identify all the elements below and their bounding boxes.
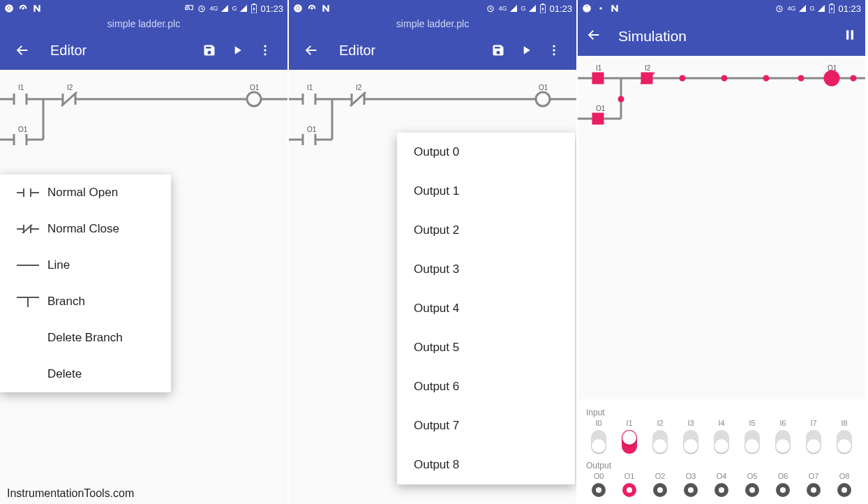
input-toggle-I2[interactable]: I2 xyxy=(646,419,674,454)
output-indicator-O4: O4 xyxy=(708,472,735,497)
menu-delete[interactable]: Delete xyxy=(0,356,171,392)
svg-point-4 xyxy=(264,45,266,47)
io-label: I8 xyxy=(841,419,847,427)
toggle-switch[interactable] xyxy=(775,430,791,454)
input-toggle-I5[interactable]: I5 xyxy=(738,419,766,454)
alarm-icon xyxy=(775,3,784,13)
menu-delete-branch[interactable]: Delete Branch xyxy=(0,320,171,356)
io-label: I3 xyxy=(687,419,694,427)
input-toggle-I6[interactable]: I6 xyxy=(769,419,797,454)
app-bar: Editor xyxy=(0,31,287,70)
alarm-icon xyxy=(486,3,495,13)
status-time: 01:23 xyxy=(838,3,861,14)
output-option-0[interactable]: Output 0 xyxy=(397,133,575,172)
output-option-2[interactable]: Output 2 xyxy=(397,211,575,250)
input-toggle-I7[interactable]: I7 xyxy=(800,419,828,454)
net-4g: 4G xyxy=(787,5,795,12)
io-label: I5 xyxy=(749,419,755,427)
line-icon xyxy=(14,260,42,271)
output-option-4[interactable]: Output 4 xyxy=(397,289,575,328)
svg-point-68 xyxy=(680,76,684,80)
svg-point-38 xyxy=(553,45,555,47)
svg-point-39 xyxy=(553,49,555,51)
toggle-switch[interactable] xyxy=(806,430,821,454)
net-4g: 4G xyxy=(209,5,218,12)
play-button[interactable] xyxy=(223,36,251,64)
svg-point-0 xyxy=(22,7,24,10)
toggle-switch[interactable] xyxy=(622,430,637,454)
io-label: O0 xyxy=(594,472,604,480)
sim-ladder-svg xyxy=(578,56,867,154)
back-button[interactable] xyxy=(586,27,601,45)
status-time: 01:23 xyxy=(549,3,572,14)
save-button[interactable] xyxy=(195,36,223,64)
ladder-svg xyxy=(0,70,289,154)
app-title: Editor xyxy=(50,43,87,59)
save-button[interactable] xyxy=(484,36,512,64)
toggle-switch[interactable] xyxy=(744,430,760,454)
app-bar: Editor xyxy=(289,31,576,70)
output-row: O0O1O2O3O4O5O6O7O8 xyxy=(582,472,861,497)
svg-rect-74 xyxy=(593,114,603,124)
signal-icon-2 xyxy=(239,4,248,13)
pause-button[interactable] xyxy=(843,28,857,45)
overflow-button[interactable] xyxy=(251,36,279,64)
toggle-switch[interactable] xyxy=(837,430,852,454)
svg-point-49 xyxy=(536,92,550,106)
battery-icon xyxy=(828,3,835,13)
output-led xyxy=(776,483,790,497)
net-g: G xyxy=(809,5,814,12)
camera-icon xyxy=(4,3,14,13)
output-option-7[interactable]: Output 7 xyxy=(397,406,575,445)
output-option-1[interactable]: Output 1 xyxy=(397,172,575,211)
io-label: O5 xyxy=(747,472,758,480)
toggle-switch[interactable] xyxy=(591,430,606,454)
overflow-button[interactable] xyxy=(540,36,568,64)
output-option-3[interactable]: Output 3 xyxy=(397,250,575,289)
input-toggle-I3[interactable]: I3 xyxy=(677,419,705,454)
back-button[interactable] xyxy=(297,36,325,64)
output-option-6[interactable]: Output 6 xyxy=(397,367,575,406)
io-label: I7 xyxy=(810,419,816,427)
n-icon xyxy=(321,3,331,13)
hotspot-icon xyxy=(307,3,317,13)
menu-branch[interactable]: Branch xyxy=(0,283,171,320)
ladder-canvas[interactable]: I1 I2 O1 O1 xyxy=(0,70,287,154)
svg-point-15 xyxy=(247,92,261,106)
input-toggle-I8[interactable]: I8 xyxy=(830,419,858,454)
svg-rect-37 xyxy=(542,3,545,5)
svg-rect-59 xyxy=(831,3,834,5)
input-toggle-I1[interactable]: I1 xyxy=(615,419,643,454)
input-row: I0I1I2I3I4I5I6I7I8 xyxy=(582,419,861,454)
menu-label: Delete xyxy=(47,367,82,381)
input-toggle-I4[interactable]: I4 xyxy=(708,419,735,454)
toggle-switch[interactable] xyxy=(714,430,729,454)
io-label: I6 xyxy=(779,419,786,427)
signal-icon xyxy=(220,4,229,13)
toggle-switch[interactable] xyxy=(652,430,668,454)
camera-icon xyxy=(582,3,592,13)
output-section-label: Output xyxy=(586,461,861,470)
menu-normal-close[interactable]: Normal Close xyxy=(0,211,171,247)
file-name: simple ladder.plc xyxy=(289,17,576,31)
svg-point-34 xyxy=(310,7,313,10)
menu-label: Normal Close xyxy=(47,222,119,236)
n-icon xyxy=(32,3,42,13)
menu-line[interactable]: Line xyxy=(0,247,171,283)
output-option-5[interactable]: Output 5 xyxy=(397,328,575,367)
camera-icon xyxy=(293,3,303,13)
svg-point-6 xyxy=(264,53,266,55)
svg-point-5 xyxy=(264,49,266,51)
sim-app-bar: Simulation xyxy=(578,17,865,56)
output-indicator-O1: O1 xyxy=(615,472,643,497)
output-option-8[interactable]: Output 8 xyxy=(397,445,575,484)
output-indicator-O3: O3 xyxy=(677,472,705,497)
io-label: I2 xyxy=(657,419,663,427)
toggle-switch[interactable] xyxy=(683,430,698,454)
menu-normal-open[interactable]: Normal Open xyxy=(0,175,171,211)
input-toggle-I0[interactable]: I0 xyxy=(585,419,613,454)
play-button[interactable] xyxy=(512,36,540,64)
back-button[interactable] xyxy=(8,36,36,64)
io-label: O7 xyxy=(809,472,819,480)
svg-point-40 xyxy=(553,53,555,55)
